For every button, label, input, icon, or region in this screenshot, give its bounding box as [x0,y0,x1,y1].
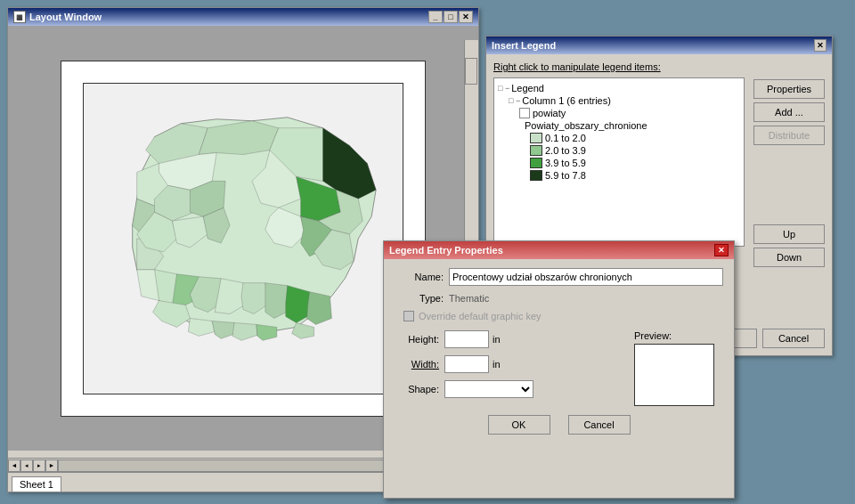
sheet-tab[interactable]: Sheet 1 [12,476,61,492]
props-ok-btn[interactable]: OK [488,415,550,435]
legend-tree[interactable]: □ − Legend □ − Column 1 (6 entries) powi… [493,77,745,247]
props-type-row: Type: Thematic [395,293,723,304]
height-row: Height: in [395,330,616,348]
tree-item-legend[interactable]: □ − Legend [498,82,740,94]
props-name-row: Name: [395,268,723,286]
close-btn[interactable]: ✕ [459,11,473,23]
legend-entry-props-dialog: Legend Entry Properties ✕ Name: Type: Th… [383,240,735,499]
preview-box [634,344,714,406]
hscroll-next-arrow[interactable]: ▸ [33,459,45,472]
svg-marker-29 [307,291,332,324]
distribute-btn[interactable]: Distribute [753,126,825,145]
color-box-range4 [530,170,542,181]
map-paper [61,61,426,417]
props-fields-row: Height: in Width: in Shape: [395,330,723,406]
color-box-range3 [530,158,542,168]
maximize-btn[interactable]: □ [444,11,458,23]
height-unit: in [493,334,501,345]
shape-label: Shape: [395,384,439,394]
tree-item-range4[interactable]: 5.9 to 7.8 [498,169,740,182]
props-close-btn[interactable]: ✕ [714,244,729,256]
tree-item-powiaty-obszary[interactable]: Powiaty_obszary_chronione [498,119,740,132]
preview-area: Preview: [634,330,723,406]
props-bottom-buttons: OK Cancel [395,415,723,435]
hscroll-left[interactable]: ◄ [8,459,20,472]
override-label: Override default graphic key [419,311,542,321]
props-titlebar: Legend Entry Properties ✕ [384,241,734,259]
type-value: Thematic [449,293,489,304]
legend-cancel-btn[interactable]: Cancel [762,329,825,348]
shape-row: Shape: [395,380,616,398]
tree-item-range1[interactable]: 0.1 to 2.0 [498,132,740,144]
props-content: Name: Type: Thematic Override default gr… [384,259,734,443]
layout-window-icon: ▦ [13,11,26,23]
insert-legend-title: Insert Legend [492,40,556,51]
insert-legend-close[interactable]: ✕ [814,39,826,52]
tree-item-powiaty[interactable]: powiaty [498,107,740,119]
legend-hint: Right click to manipulate legend items: [493,61,825,72]
vscroll-thumb[interactable] [465,58,477,85]
poland-map-svg [84,84,403,394]
minimize-btn[interactable]: _ [428,11,443,23]
up-btn[interactable]: Up [753,224,825,244]
powiaty-checkbox [519,108,530,118]
width-unit: in [493,359,501,370]
hscroll-prev-arrow[interactable]: ◂ [20,459,33,472]
tree-item-range3[interactable]: 3.9 to 5.9 [498,157,740,169]
legend-side-buttons: Properties Add ... Distribute [753,79,825,145]
legend-expand-icon: □ − [498,84,509,93]
preview-label: Preview: [634,330,723,341]
hint-underline: Right click [493,61,538,72]
down-btn[interactable]: Down [753,248,825,267]
column1-expand-icon: □ − [509,96,520,105]
tree-item-range2[interactable]: 2.0 to 3.9 [498,144,740,157]
map-inner [83,83,403,394]
props-cancel-btn[interactable]: Cancel [568,415,631,435]
name-input[interactable] [449,268,723,286]
height-label: Height: [395,334,439,345]
insert-legend-titlebar: Insert Legend ✕ [486,37,832,54]
color-box-range2 [530,145,542,156]
legend-updown-buttons: Up Down [753,224,825,267]
width-label: Width: [395,359,439,370]
override-checkbox [403,311,414,321]
add-btn[interactable]: Add ... [753,102,825,122]
layout-titlebar: ▦ Layout Window _ □ ✕ [8,8,478,26]
tree-item-column1[interactable]: □ − Column 1 (6 entries) [498,94,740,107]
type-label: Type: [395,293,444,304]
height-input[interactable] [444,330,489,348]
properties-btn[interactable]: Properties [753,79,825,99]
color-box-range1 [530,133,542,143]
shape-select[interactable] [444,380,533,398]
hscroll-right[interactable]: ► [45,459,58,472]
width-row: Width: in [395,355,616,373]
width-input[interactable] [444,355,489,373]
override-checkbox-row: Override default graphic key [395,311,723,321]
layout-window-title: Layout Window [29,12,102,22]
props-title: Legend Entry Properties [389,245,503,256]
name-label: Name: [395,272,444,282]
